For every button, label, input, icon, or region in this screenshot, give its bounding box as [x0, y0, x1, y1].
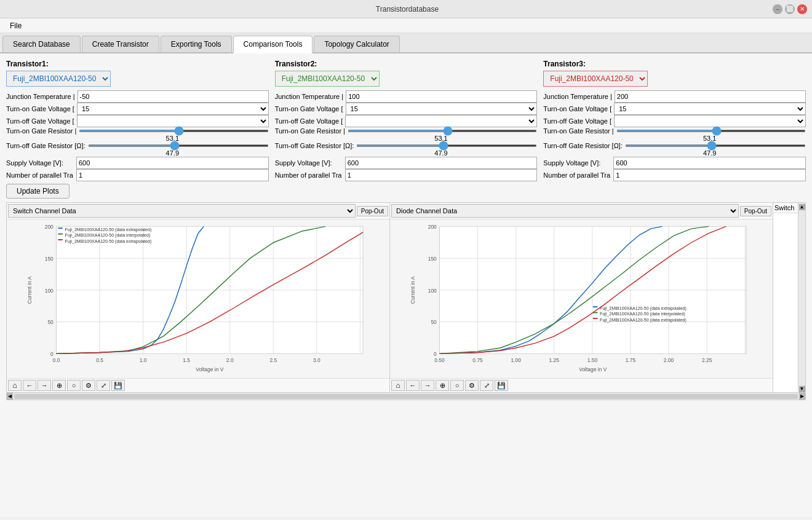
tab-create-transistor[interactable]: Create Transistor: [82, 36, 159, 52]
svg-text:Fuji_2MBI100XAA120-50 (data ex: Fuji_2MBI100XAA120-50 (data extrapolated…: [65, 227, 152, 232]
plot2-zoom-in-button[interactable]: ⤢: [480, 380, 493, 391]
plot2-select[interactable]: Diode Channel Data: [391, 204, 739, 218]
svg-text:2.5: 2.5: [269, 357, 277, 363]
svg-text:3.0: 3.0: [313, 357, 320, 363]
t1-turn-on-voltage-select[interactable]: 151020: [77, 103, 269, 115]
scroll-down-arrow[interactable]: ▼: [799, 386, 805, 392]
svg-rect-31: [58, 239, 63, 240]
maximize-button[interactable]: ⬜: [785, 4, 795, 14]
t1-junction-temp-input[interactable]: -50: [78, 90, 269, 103]
close-button[interactable]: ✕: [797, 4, 807, 14]
t2-junction-temp-label: Junction Temperature |: [275, 93, 344, 100]
t1-turn-on-voltage-row: Turn-on Gate Voltage [ 151020: [6, 103, 269, 115]
t3-turn-on-voltage-select[interactable]: 151020: [614, 103, 806, 115]
svg-text:200: 200: [428, 224, 437, 230]
t2-turn-on-voltage-select[interactable]: 151020: [346, 103, 538, 115]
plot2-config-button[interactable]: ⚙: [465, 380, 479, 391]
t2-junction-temp-input[interactable]: 100: [346, 90, 537, 103]
transistor1-label: Transistor1:: [6, 60, 269, 68]
svg-text:Current in A: Current in A: [410, 276, 416, 304]
scroll-left-arrow[interactable]: ◀: [7, 393, 13, 400]
t1-turn-on-voltage-label: Turn-on Gate Voltage [: [6, 105, 74, 112]
t1-turn-off-resistor-slider[interactable]: [88, 144, 269, 147]
plot1-config-button[interactable]: ⚙: [82, 380, 95, 391]
t1-parallel-label: Number of parallel Tra: [6, 171, 74, 179]
right-scrollbar[interactable]: ▲ ▼: [798, 203, 805, 392]
main-content: Transistor1: Fuji_2MBI100XAA120-50 Trans…: [0, 53, 812, 517]
transistor3-select[interactable]: Fuji_2MBI100XAA120-50: [543, 71, 648, 87]
plot1-select[interactable]: Switch Channel Data: [8, 204, 356, 218]
t1-supply-voltage-row: Supply Voltage [V]: 600: [6, 157, 269, 169]
t2-parallel-input[interactable]: 1: [345, 169, 538, 181]
t3-junction-temp-input[interactable]: 200: [615, 90, 806, 103]
tab-exporting-tools[interactable]: Exporting Tools: [161, 36, 232, 52]
plots-area: Switch Channel Data Pop-Out: [6, 202, 806, 393]
plot2-back-button[interactable]: ←: [406, 380, 420, 391]
transistor2-select[interactable]: Fuji_2MBI100XAA120-50: [275, 71, 380, 87]
horizontal-scrollbar[interactable]: ◀ ▶: [6, 393, 806, 400]
update-plots-button[interactable]: Update Plots: [6, 184, 70, 199]
t3-turn-on-resistor-slider[interactable]: [616, 130, 806, 132]
params-section: Junction Temperature | -50 Turn-on Gate …: [6, 90, 806, 181]
plot2-svg: 200 150 100 50 0 0.50 0.75 1.00 1.25 1.5…: [391, 221, 771, 377]
plot2-save-button[interactable]: 💾: [495, 380, 508, 391]
plot3-area: Loss energy in J: [773, 213, 798, 392]
t2-turn-off-voltage-select[interactable]: -150: [345, 115, 537, 127]
svg-text:1.0: 1.0: [140, 357, 147, 363]
t1-supply-voltage-input[interactable]: 600: [76, 157, 269, 169]
t1-turn-on-resistor-slider[interactable]: [79, 130, 268, 132]
tab-search-database[interactable]: Search Database: [2, 36, 81, 52]
transistor3-params: Junction Temperature | 200 Turn-on Gate …: [543, 90, 806, 181]
t3-turn-off-resistor-value: 47.9: [543, 149, 806, 157]
t1-turn-off-voltage-select[interactable]: -150: [77, 115, 269, 127]
t1-turn-off-voltage-row: Turn-off Gate Voltage [ -150: [6, 115, 269, 127]
t3-turn-off-voltage-select[interactable]: -150: [614, 115, 806, 127]
plot2-popout-button[interactable]: Pop-Out: [740, 206, 771, 216]
svg-text:Fuji_2MBI100XAA120-50 (data ex: Fuji_2MBI100XAA120-50 (data extrapolated…: [600, 306, 687, 311]
t3-supply-voltage-input[interactable]: 600: [613, 157, 806, 169]
t2-supply-voltage-row: Supply Voltage [V]: 600: [275, 157, 538, 169]
window-title: Transistordatabase: [42, 5, 773, 14]
plot2-home-button[interactable]: ⌂: [391, 380, 405, 391]
plot3-label: Switch: [774, 204, 794, 211]
plot1-back-button[interactable]: ←: [23, 380, 36, 391]
t2-supply-voltage-input[interactable]: 600: [345, 157, 538, 169]
t2-turn-off-voltage-label: Turn-off Gate Voltage [: [275, 117, 343, 125]
tab-comparison-tools[interactable]: Comparison Tools: [233, 36, 313, 53]
plot2-nav: ⌂ ← → ⊕ ○ ⚙ ⤢ 💾: [390, 378, 773, 392]
plot2-move-button[interactable]: ⊕: [436, 380, 449, 391]
transistor1-select[interactable]: Fuji_2MBI100XAA120-50: [6, 71, 111, 87]
tabs-bar: Search Database Create Transistor Export…: [0, 33, 812, 53]
scroll-thumb-h: [14, 394, 798, 399]
minimize-button[interactable]: –: [773, 4, 782, 14]
svg-text:0: 0: [434, 351, 437, 357]
plot1-forward-button[interactable]: →: [38, 380, 51, 391]
scroll-up-arrow[interactable]: ▲: [799, 204, 805, 210]
plot1-zoom-in-button[interactable]: ⤢: [97, 380, 110, 391]
transistor1-params: Junction Temperature | -50 Turn-on Gate …: [6, 90, 269, 181]
t3-turn-off-resistor-slider[interactable]: [625, 144, 806, 147]
t2-turn-on-voltage-label: Turn-on Gate Voltage [: [275, 105, 343, 112]
plot2-zoom-button[interactable]: ○: [450, 380, 464, 391]
t2-turn-on-resistor-slider[interactable]: [348, 130, 537, 132]
menu-file[interactable]: File: [5, 20, 26, 31]
plot1-home-button[interactable]: ⌂: [8, 380, 22, 391]
t1-turn-on-resistor-label: Turn-on Gate Resistor |: [6, 127, 76, 135]
svg-text:2.00: 2.00: [664, 357, 674, 363]
t3-turn-on-voltage-label: Turn-on Gate Voltage [: [543, 105, 611, 112]
t1-parallel-input[interactable]: 1: [76, 169, 269, 181]
plot1-move-button[interactable]: ⊕: [52, 380, 66, 391]
tab-topology-calculator[interactable]: Topology Calculator: [314, 36, 399, 52]
plot1-zoom-button[interactable]: ○: [67, 380, 81, 391]
plot2-forward-button[interactable]: →: [421, 380, 434, 391]
t1-turn-off-resistor-row: Turn-off Gate Resistor [Ω]: 47.9: [6, 142, 269, 157]
t3-turn-off-resistor-row: Turn-off Gate Resistor [Ω]: 47.9: [543, 142, 806, 157]
transistor-headers: Transistor1: Fuji_2MBI100XAA120-50 Trans…: [6, 60, 806, 87]
plot1-popout-button[interactable]: Pop-Out: [357, 206, 388, 216]
scroll-right-arrow[interactable]: ▶: [799, 393, 805, 400]
t3-turn-on-resistor-row: Turn-on Gate Resistor | 53.1: [543, 127, 806, 142]
plot1-save-button[interactable]: 💾: [111, 380, 125, 391]
t3-parallel-input[interactable]: 1: [613, 169, 806, 181]
t2-turn-off-resistor-slider[interactable]: [356, 144, 537, 147]
t3-supply-voltage-label: Supply Voltage [V]:: [543, 159, 611, 167]
